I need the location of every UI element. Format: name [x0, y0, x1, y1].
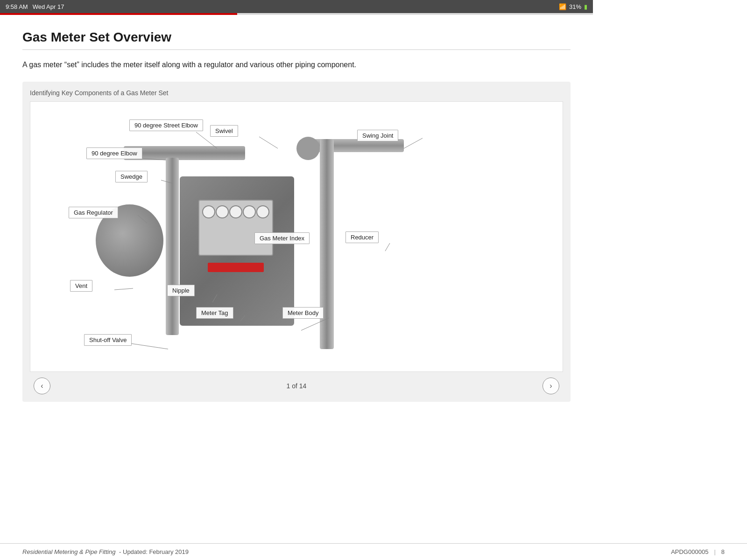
label-swedge: Swedge [115, 171, 148, 182]
next-icon: › [550, 382, 552, 390]
battery-indicator: 31% [569, 3, 581, 10]
svg-line-0 [404, 138, 423, 148]
page-description: A gas meter “set” includes the meter its… [22, 59, 571, 70]
label-swing-joint: Swing Joint [357, 130, 398, 141]
label-meter-tag: Meter Tag [196, 307, 233, 319]
dial-2 [216, 205, 229, 218]
battery-icon: ▮ [584, 3, 587, 10]
label-meter-body: Meter Body [282, 307, 324, 319]
status-day: Wed Apr 17 [33, 3, 64, 10]
label-gas-meter-index: Gas Meter Index [254, 232, 310, 244]
dial-4 [243, 205, 256, 218]
page-indicator: 1 of 14 [287, 382, 307, 390]
diagram-container: Identifying Key Components of a Gas Mete… [22, 82, 571, 402]
nav-area: ‹ 1 of 14 › [30, 372, 563, 394]
status-bar-right: 📶 31% ▮ [559, 3, 587, 10]
svg-line-6 [114, 288, 133, 290]
label-90-street-elbow: 90 degree Street Elbow [129, 119, 203, 131]
status-bar: 9:58 AM Wed Apr 17 📶 31% ▮ [0, 0, 593, 13]
title-underline [22, 49, 571, 50]
meter-dials [199, 201, 272, 223]
wifi-icon: 📶 [559, 3, 566, 10]
elbow-fitting [296, 137, 320, 160]
meter-body-shape [180, 176, 294, 326]
svg-line-10 [131, 343, 168, 349]
label-reducer: Reducer [345, 231, 379, 243]
svg-line-1 [259, 137, 278, 148]
label-90-elbow: 90 degree Elbow [86, 147, 142, 159]
status-bar-left: 9:58 AM Wed Apr 17 [6, 3, 64, 10]
label-gas-regulator: Gas Regulator [69, 207, 118, 218]
prev-icon: ‹ [41, 382, 43, 390]
dial-5 [256, 205, 269, 218]
dial-1 [202, 205, 215, 218]
label-nipple: Nipple [167, 285, 195, 296]
status-time: 9:58 AM [6, 3, 28, 10]
meter-tag-strip [208, 263, 264, 272]
next-button[interactable]: › [543, 378, 559, 394]
pipe-vertical-left [166, 158, 179, 335]
diagram-inner: Swing Joint Swivel 90 degree Street Elbo… [30, 101, 563, 372]
main-content: Gas Meter Set Overview A gas meter “set”… [0, 15, 593, 417]
dial-3 [229, 205, 242, 218]
page-title: Gas Meter Set Overview [22, 30, 571, 45]
label-shut-off-valve: Shut-off Valve [84, 334, 132, 346]
meter-index-face [198, 200, 273, 256]
label-vent: Vent [70, 280, 92, 292]
label-swivel: Swivel [210, 125, 238, 137]
diagram-label: Identifying Key Components of a Gas Mete… [30, 89, 563, 97]
svg-line-12 [385, 243, 390, 251]
prev-button[interactable]: ‹ [34, 378, 50, 394]
